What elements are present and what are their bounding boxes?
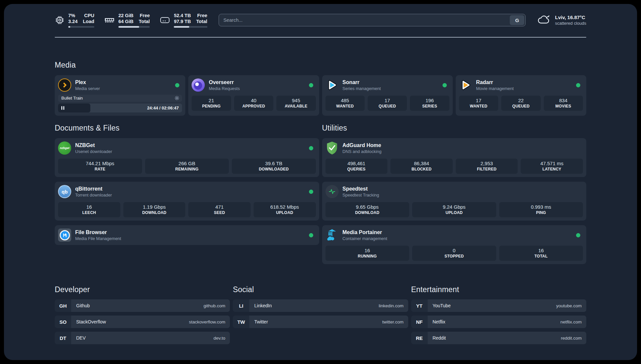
status-online-dot — [309, 233, 313, 237]
disk-progress-bar — [174, 26, 207, 28]
filebrowser-icon — [58, 228, 71, 242]
stat-running: 16RUNNING — [325, 246, 410, 261]
stat-queued: 22QUEUED — [501, 96, 540, 111]
system-stats: 7% 3.24 CPU Load — [55, 13, 207, 28]
app-card-plex[interactable]: Plex Media server Bullet Train — [55, 75, 185, 116]
sonarr-icon — [325, 78, 339, 92]
stat-available: 945AVAILABLE — [276, 96, 316, 111]
pause-icon[interactable] — [61, 106, 64, 110]
app-card-nzbget[interactable]: nzbget NZBGet Usenet downloader 744.21 M… — [55, 138, 319, 177]
stat-download: 1.19 GbpsDOWNLOAD — [123, 202, 186, 217]
status-online-dot — [576, 233, 580, 237]
app-name: File Browser — [75, 229, 121, 235]
stat-pending: 21PENDING — [192, 96, 231, 111]
adguard-icon — [325, 141, 339, 155]
stat-stopped: 0STOPPED — [412, 246, 496, 261]
bookmark-netflix[interactable]: NF Netflixnetflix.com — [411, 316, 586, 328]
ram-total-value: 64 GiB — [118, 18, 134, 24]
section-utilities: Utilities — [322, 124, 587, 264]
search-input[interactable] — [219, 14, 526, 26]
app-card-adguard[interactable]: AdGuard Home DNS and adblocking 498,461Q… — [322, 138, 587, 177]
status-online-dot — [443, 83, 447, 87]
app-card-qbittorrent[interactable]: qb qBittorrent Torrent downloader 16LEEC… — [55, 182, 319, 221]
section-media: Media Plex Media server — [55, 61, 586, 116]
bookmark-abbr: DT — [55, 332, 71, 344]
cpu-progress-bar — [68, 26, 94, 28]
app-card-radarr[interactable]: Radarr Movie management 17WANTED 22QUEUE… — [456, 75, 586, 116]
stat-wanted: 485WANTED — [325, 96, 365, 111]
playback-time: 24:44 / 02:06:47 — [147, 106, 182, 110]
cpu-stat: 7% 3.24 CPU Load — [55, 13, 94, 28]
speedtest-icon — [325, 185, 339, 198]
stat-download: 9.65 GbpsDOWNLOAD — [325, 202, 410, 217]
app-subtitle: Media server — [75, 86, 100, 91]
section-title-social: Social — [233, 285, 408, 294]
ram-free-value: 22 GiB — [118, 13, 134, 18]
playback-progress-bar[interactable]: 24:44 / 02:06:47 — [58, 104, 182, 112]
section-developer: Developer GH Githubgithub.com SO StackOv… — [55, 285, 230, 344]
bookmark-abbr: RE — [411, 332, 428, 344]
section-title-media: Media — [55, 61, 586, 70]
stat-downloaded: 39.6 TBDOWNLOADED — [232, 159, 316, 174]
bookmark-abbr: SO — [55, 316, 71, 328]
stat-filtered: 2,953FILTERED — [456, 159, 518, 174]
plex-now-playing: Bullet Train — [58, 95, 182, 112]
app-card-filebrowser[interactable]: File Browser Media File Management — [55, 225, 319, 245]
cpu-load-value: 3.24 — [68, 18, 77, 24]
now-playing-title: Bullet Train — [61, 96, 83, 101]
app-name: Sonarr — [343, 79, 381, 85]
section-entertainment: Entertainment YT YouTubeyoutube.com NF N… — [411, 285, 586, 344]
bookmark-reddit[interactable]: RE Redditreddit.com — [411, 332, 586, 344]
app-subtitle: Usenet downloader — [75, 149, 112, 154]
status-online-dot — [309, 83, 313, 87]
bookmark-abbr: YT — [411, 299, 428, 312]
status-online-dot — [309, 190, 313, 194]
section-title-documents: Documents & Files — [55, 124, 319, 133]
app-name: Plex — [75, 79, 100, 85]
app-card-overseerr[interactable]: Overseerr Media Requests 21PENDING 40APP… — [188, 75, 319, 116]
search-provider-button[interactable]: G — [510, 15, 524, 25]
radarr-icon — [459, 78, 472, 92]
section-title-entertainment: Entertainment — [411, 285, 586, 294]
bookmark-linkedin[interactable]: LI LinkedInlinkedin.com — [233, 299, 408, 312]
bookmark-abbr: TW — [233, 316, 249, 328]
app-card-portainer[interactable]: Media Portainer Container management 16R… — [322, 225, 587, 264]
app-card-sonarr[interactable]: Sonarr Series management 485WANTED 17QUE… — [322, 75, 453, 116]
status-online-dot — [309, 146, 313, 150]
bookmark-github[interactable]: GH Githubgithub.com — [55, 299, 230, 312]
stat-ping: 0.993 msPING — [499, 202, 583, 217]
cpu-usage-label: CPU — [84, 13, 94, 18]
disk-stat: 52.4 TB 97.9 TB Free Total — [160, 13, 207, 28]
ram-free-label: Free — [140, 13, 150, 18]
plex-icon — [58, 78, 71, 92]
app-subtitle: Series management — [343, 86, 381, 91]
bookmark-dev[interactable]: DT DEVdev.to — [55, 332, 230, 344]
weather-widget: Lviv, 16.87°C scattered clouds — [537, 14, 586, 26]
app-subtitle: Movie management — [476, 86, 514, 91]
stat-upload: 9.24 GbpsUPLOAD — [412, 202, 496, 217]
bookmark-stackoverflow[interactable]: SO StackOverflowstackoverflow.com — [55, 316, 230, 328]
bookmark-abbr: LI — [233, 299, 249, 312]
disk-total-label: Total — [196, 18, 207, 24]
stat-rate: 744.21 MbpsRATE — [58, 159, 142, 174]
bookmark-abbr: GH — [55, 299, 71, 312]
bookmark-twitter[interactable]: TW Twittertwitter.com — [233, 316, 408, 328]
stat-approved: 40APPROVED — [234, 96, 273, 111]
section-social: Social LI LinkedInlinkedin.com TW Twitte… — [233, 285, 408, 344]
app-subtitle: Speedtest Tracking — [343, 193, 379, 197]
app-name: AdGuard Home — [343, 142, 382, 148]
weather-condition: scattered clouds — [555, 21, 586, 26]
app-subtitle: Torrent downloader — [75, 193, 112, 197]
app-name: Overseerr — [209, 79, 240, 85]
app-card-speedtest[interactable]: Speedtest Speedtest Tracking 9.65 GbpsDO… — [322, 182, 587, 221]
bookmark-youtube[interactable]: YT YouTubeyoutube.com — [411, 299, 586, 312]
app-subtitle: Media Requests — [209, 86, 240, 91]
stat-seed: 471SEED — [188, 202, 251, 217]
app-subtitle: DNS and adblocking — [343, 149, 382, 154]
app-name: NZBGet — [75, 142, 112, 148]
app-name: Speedtest — [343, 186, 379, 192]
gear-icon[interactable] — [174, 96, 179, 101]
app-name: Radarr — [476, 79, 514, 85]
disk-free-label: Free — [197, 13, 207, 18]
stat-blocked: 86,384BLOCKED — [390, 159, 453, 174]
